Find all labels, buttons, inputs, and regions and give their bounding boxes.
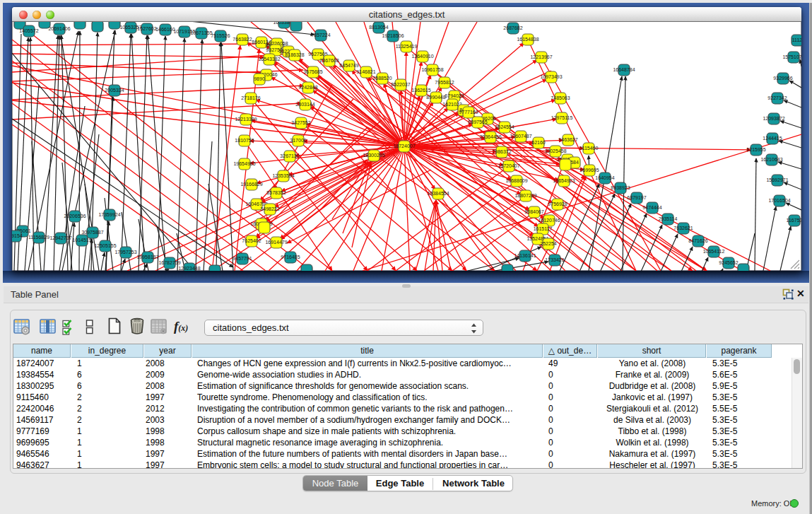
svg-text:8522037: 8522037 [391, 82, 410, 87]
svg-text:7857224: 7857224 [311, 33, 330, 37]
svg-text:1640954: 1640954 [595, 175, 614, 180]
svg-text:1615117: 1615117 [534, 226, 553, 231]
svg-text:1405572: 1405572 [19, 28, 38, 33]
svg-text:10671355: 10671355 [190, 30, 212, 35]
svg-text:9756928: 9756928 [548, 201, 567, 206]
svg-text:17016504: 17016504 [768, 198, 790, 203]
svg-text:10973493: 10973493 [540, 74, 562, 79]
svg-text:16648784: 16648784 [613, 67, 635, 72]
svg-text:3498222: 3498222 [260, 206, 279, 211]
svg-text:19218506: 19218506 [382, 33, 404, 38]
svg-text:9474444: 9474444 [642, 205, 661, 210]
svg-text:317006: 317006 [290, 138, 306, 143]
svg-text:584: 584 [570, 160, 579, 165]
svg-text:9245652: 9245652 [719, 260, 738, 265]
svg-text:62160: 62160 [531, 140, 546, 145]
svg-text:1244415: 1244415 [763, 136, 782, 141]
svg-text:9242848: 9242848 [298, 85, 317, 90]
svg-text:19654923: 19654923 [553, 178, 575, 183]
svg-text:30975887: 30975887 [81, 230, 103, 235]
svg-text:3675685: 3675685 [303, 69, 322, 74]
svg-text:20691406: 20691406 [48, 26, 70, 31]
svg-text:16543382: 16543382 [258, 57, 280, 62]
svg-text:9890: 9890 [254, 76, 265, 81]
svg-text:12942737: 12942737 [49, 235, 71, 240]
svg-text:2687682: 2687682 [503, 25, 522, 30]
svg-text:8186328: 8186328 [285, 52, 304, 57]
svg-text:2588520: 2588520 [372, 76, 392, 81]
svg-text:13640910: 13640910 [411, 54, 433, 59]
svg-text:19384554: 19384554 [427, 191, 449, 196]
svg-text:11325419: 11325419 [396, 44, 418, 49]
svg-text:9457791: 9457791 [233, 256, 252, 261]
svg-text:16961758: 16961758 [421, 67, 443, 72]
svg-text:8215955: 8215955 [746, 147, 765, 152]
svg-text:12505155: 12505155 [94, 243, 116, 248]
svg-text:9777169: 9777169 [459, 110, 478, 115]
svg-text:9227342: 9227342 [767, 95, 787, 100]
svg-text:12975115: 12975115 [551, 115, 573, 120]
svg-text:3624554: 3624554 [495, 124, 514, 129]
svg-text:15692971: 15692971 [766, 177, 788, 182]
svg-text:12213967: 12213967 [530, 54, 552, 59]
svg-text:10688609: 10688609 [505, 178, 527, 183]
svg-text:2367608: 2367608 [319, 58, 339, 63]
svg-text:19654985: 19654985 [233, 161, 255, 166]
svg-text:116753: 116753 [787, 218, 801, 223]
svg-text:252254: 252254 [540, 241, 556, 246]
svg-text:18724007: 18724007 [393, 144, 415, 148]
svg-text:9146821: 9146821 [356, 69, 375, 74]
svg-text:20364436: 20364436 [479, 134, 501, 139]
svg-text:15751074: 15751074 [782, 54, 801, 59]
svg-text:12353594: 12353594 [272, 173, 294, 178]
svg-text:8813054: 8813054 [369, 25, 388, 30]
svg-text:12923448: 12923448 [178, 266, 200, 271]
svg-text:8578352: 8578352 [266, 190, 286, 195]
svg-text:8454749: 8454749 [339, 63, 358, 68]
svg-text:7955812: 7955812 [435, 80, 454, 85]
svg-text:7625402: 7625402 [242, 238, 261, 243]
svg-text:1362615: 1362615 [411, 88, 430, 93]
svg-text:3427552: 3427552 [291, 120, 310, 125]
svg-text:15720407: 15720407 [498, 163, 519, 168]
svg-text:9699695: 9699695 [579, 168, 599, 173]
svg-text:6879197: 6879197 [627, 195, 646, 200]
svg-text:9084067: 9084067 [524, 209, 543, 214]
svg-text:19958187: 19958187 [136, 255, 158, 259]
svg-text:20206536: 20206536 [64, 214, 86, 218]
svg-text:9463627: 9463627 [558, 137, 577, 142]
svg-text:8990448: 8990448 [426, 95, 445, 100]
svg-text:2935114: 2935114 [659, 216, 678, 221]
svg-text:16914479: 16914479 [265, 240, 287, 245]
svg-text:16782759: 16782759 [158, 260, 180, 265]
svg-text:2718176: 2718176 [241, 95, 260, 100]
svg-text:9329966: 9329966 [773, 76, 792, 81]
svg-text:7663822: 7663822 [233, 37, 252, 42]
svg-text:1527602: 1527602 [137, 26, 156, 31]
svg-text:16210643: 16210643 [760, 157, 782, 162]
svg-text:7485063: 7485063 [551, 95, 570, 100]
svg-text:6897565: 6897565 [468, 119, 487, 124]
svg-text:17957253: 17957253 [114, 250, 136, 255]
svg-text:12213389: 12213389 [235, 117, 257, 122]
svg-text:8938923: 8938923 [611, 185, 630, 190]
svg-text:18300295: 18300295 [363, 153, 384, 158]
svg-text:10654112: 10654112 [703, 249, 725, 254]
svg-text:7515526: 7515526 [211, 33, 230, 38]
svg-text:16120746: 16120746 [538, 218, 560, 223]
svg-text:7632621: 7632621 [673, 226, 693, 230]
svg-text:16154838: 16154838 [517, 37, 539, 42]
svg-text:8471626: 8471626 [688, 238, 707, 243]
svg-text:7986372: 7986372 [492, 149, 511, 154]
svg-text:12093872: 12093872 [763, 116, 784, 121]
svg-text:19166829: 19166829 [240, 182, 262, 187]
svg-text:2803144: 2803144 [295, 102, 314, 107]
svg-text:1733426: 1733426 [545, 257, 564, 262]
svg-text:9115460: 9115460 [579, 146, 599, 151]
svg-text:1112: 1112 [792, 37, 801, 42]
svg-text:18807249: 18807249 [514, 193, 536, 198]
svg-text:6466160: 6466160 [155, 27, 175, 32]
svg-text:17359924: 17359924 [98, 212, 120, 217]
svg-text:2005334: 2005334 [105, 88, 124, 93]
svg-text:11156829: 11156829 [28, 235, 49, 240]
